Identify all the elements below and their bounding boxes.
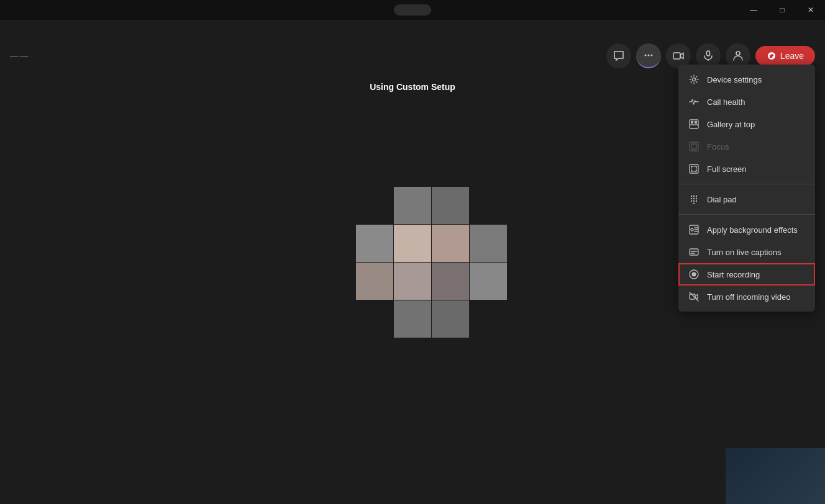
- close-button[interactable]: ✕: [796, 0, 825, 20]
- menu-item-incoming-video[interactable]: Turn off incoming video: [678, 286, 815, 308]
- more-button[interactable]: [636, 43, 661, 68]
- titlebar-controls: — □ ✕: [739, 0, 825, 20]
- chat-button[interactable]: [606, 43, 631, 68]
- dialpad-icon: [688, 194, 700, 205]
- titlebar-pill: [394, 4, 431, 16]
- dropdown-menu: Device settings Call health Gallery a: [678, 65, 815, 312]
- menu-item-full-screen[interactable]: Full screen: [678, 158, 815, 180]
- svg-point-18: [691, 198, 692, 199]
- menu-item-focus: Focus: [678, 135, 815, 158]
- minimize-button[interactable]: —: [739, 0, 768, 20]
- svg-point-23: [696, 200, 697, 202]
- svg-rect-12: [690, 142, 698, 151]
- svg-point-21: [691, 200, 692, 202]
- custom-setup-label: Using Custom Setup: [370, 82, 455, 92]
- gallery-top-label: Gallery at top: [707, 120, 755, 129]
- leave-button[interactable]: Leave: [755, 46, 815, 66]
- svg-rect-8: [690, 120, 698, 128]
- svg-rect-9: [691, 121, 693, 124]
- svg-point-22: [693, 200, 695, 202]
- separator-1: [678, 184, 815, 184]
- svg-point-34: [692, 272, 696, 277]
- captions-icon: [688, 246, 700, 258]
- svg-point-15: [691, 196, 692, 197]
- svg-rect-30: [690, 249, 698, 255]
- record-icon: [688, 269, 700, 280]
- svg-rect-4: [706, 51, 709, 56]
- pulse-icon: [688, 96, 700, 107]
- focus-label: Focus: [707, 142, 729, 151]
- svg-point-26: [691, 228, 693, 231]
- bottom-thumbnail: [726, 448, 825, 504]
- svg-point-1: [647, 55, 649, 56]
- fullscreen-icon: [688, 163, 700, 174]
- svg-point-6: [736, 52, 740, 55]
- menu-item-gallery-top[interactable]: Gallery at top: [678, 113, 815, 135]
- turn-off-incoming-video-label: Turn off incoming video: [707, 292, 790, 302]
- video-off-icon: [688, 291, 700, 302]
- svg-rect-3: [673, 53, 680, 59]
- call-health-label: Call health: [707, 97, 745, 107]
- svg-point-7: [693, 78, 696, 81]
- titlebar-center: [394, 4, 431, 16]
- effects-icon: [688, 224, 700, 235]
- participants-icon: [732, 50, 744, 61]
- live-captions-label: Turn on live captions: [707, 248, 781, 257]
- menu-item-background-effects[interactable]: Apply background effects: [678, 218, 815, 241]
- menu-item-live-captions[interactable]: Turn on live captions: [678, 241, 815, 263]
- svg-point-2: [650, 55, 652, 56]
- start-recording-label: Start recording: [707, 270, 760, 279]
- leave-icon: [765, 49, 779, 63]
- dial-pad-label: Dial pad: [707, 195, 737, 204]
- svg-point-0: [644, 55, 646, 56]
- chat-icon: [613, 50, 624, 61]
- mic-icon: [703, 50, 714, 61]
- avatar-cross: [356, 187, 469, 337]
- titlebar: — □ ✕: [0, 0, 825, 20]
- leave-label: Leave: [780, 51, 804, 61]
- maximize-button[interactable]: □: [768, 0, 796, 20]
- menu-item-call-health[interactable]: Call health: [678, 91, 815, 113]
- apply-background-label: Apply background effects: [707, 225, 798, 235]
- call-area: —·—: [0, 20, 825, 504]
- menu-item-device-settings[interactable]: Device settings: [678, 68, 815, 91]
- separator-2: [678, 214, 815, 215]
- call-indicator: —·—: [10, 52, 29, 61]
- more-icon: [643, 50, 654, 61]
- svg-rect-10: [695, 121, 697, 124]
- svg-line-36: [690, 292, 698, 301]
- gallery-icon: [688, 119, 700, 130]
- video-icon: [673, 50, 684, 61]
- menu-item-dial-pad[interactable]: Dial pad: [678, 188, 815, 210]
- svg-point-16: [693, 196, 695, 197]
- svg-rect-14: [690, 164, 698, 173]
- svg-point-24: [693, 203, 695, 204]
- full-screen-label: Full screen: [707, 164, 747, 174]
- device-settings-label: Device settings: [707, 75, 762, 84]
- focus-icon: [688, 141, 700, 152]
- svg-point-17: [696, 196, 697, 197]
- svg-rect-13: [691, 144, 696, 149]
- svg-point-20: [696, 198, 697, 199]
- menu-item-start-recording[interactable]: Start recording: [678, 263, 815, 286]
- svg-point-19: [693, 198, 695, 199]
- settings-icon: [688, 74, 700, 85]
